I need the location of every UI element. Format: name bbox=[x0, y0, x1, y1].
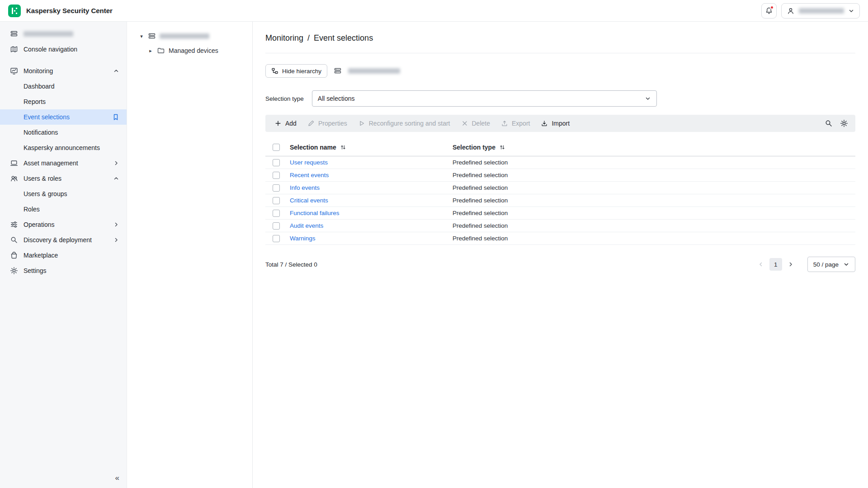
breadcrumb-page: Event selections bbox=[314, 33, 373, 43]
selection-type-value: All selections bbox=[318, 95, 355, 102]
next-page-button[interactable] bbox=[788, 261, 794, 267]
table-row[interactable]: Warnings Predefined selection bbox=[265, 232, 855, 245]
selection-type-cell: Predefined selection bbox=[453, 210, 855, 216]
delete-button[interactable]: Delete bbox=[456, 115, 495, 132]
add-button[interactable]: Add bbox=[269, 115, 302, 132]
device-tree-panel: ▾ ▸ Managed devices bbox=[127, 22, 253, 488]
sidebar-item-discovery-deployment[interactable]: Discovery & deployment bbox=[0, 232, 127, 248]
tree-node-managed-devices[interactable]: ▸ Managed devices bbox=[127, 43, 252, 58]
main-content: Monitoring / Event selections Hide hiera… bbox=[253, 22, 868, 488]
row-checkbox[interactable] bbox=[273, 172, 280, 179]
sidebar-item-label: Kaspersky announcements bbox=[24, 144, 100, 151]
column-header-selection-name[interactable]: Selection name bbox=[290, 144, 336, 151]
page-size-dropdown[interactable]: 50 / page bbox=[807, 257, 855, 272]
notifications-button[interactable] bbox=[761, 3, 777, 19]
bookmark-icon bbox=[112, 113, 119, 121]
caret-down-icon[interactable]: ▾ bbox=[139, 33, 144, 39]
chevron-down-icon bbox=[848, 8, 854, 14]
row-checkbox[interactable] bbox=[273, 235, 280, 242]
caret-right-icon[interactable]: ▸ bbox=[148, 48, 153, 54]
selection-type-dropdown[interactable]: All selections bbox=[312, 90, 657, 107]
server-icon bbox=[334, 67, 342, 75]
breadcrumb-separator: / bbox=[307, 33, 310, 43]
row-checkbox[interactable] bbox=[273, 197, 280, 204]
sidebar-item-label: Notifications bbox=[24, 129, 58, 136]
plus-icon bbox=[274, 120, 282, 127]
sidebar-item-label: Dashboard bbox=[24, 83, 55, 90]
search-button[interactable] bbox=[821, 115, 836, 132]
selection-type-cell: Predefined selection bbox=[453, 197, 855, 204]
selection-name-link[interactable]: Critical events bbox=[290, 197, 328, 204]
search-icon bbox=[825, 119, 833, 127]
chevron-up-icon bbox=[113, 68, 119, 74]
import-icon bbox=[541, 120, 548, 127]
sidebar: Console navigation Monitoring Dashboard … bbox=[0, 22, 127, 488]
selection-type-cell: Predefined selection bbox=[453, 184, 855, 191]
header-divider bbox=[265, 53, 855, 53]
magnifier-icon bbox=[10, 236, 18, 244]
chevron-left-icon bbox=[758, 261, 764, 267]
selection-name-link[interactable]: Warnings bbox=[290, 235, 316, 242]
previous-page-button[interactable] bbox=[758, 261, 764, 267]
chevron-right-icon bbox=[113, 237, 119, 243]
sidebar-item-label: Event selections bbox=[24, 113, 70, 121]
sidebar-item-kaspersky-announcements[interactable]: Kaspersky announcements bbox=[0, 140, 127, 155]
sidebar-item-event-selections[interactable]: Event selections bbox=[0, 109, 127, 125]
sidebar-item-asset-management[interactable]: Asset management bbox=[0, 155, 127, 171]
sidebar-item-label: Operations bbox=[24, 221, 54, 228]
sidebar-item-marketplace[interactable]: Marketplace bbox=[0, 248, 127, 263]
pagination: 1 bbox=[758, 258, 794, 271]
sidebar-item-users-groups[interactable]: Users & groups bbox=[0, 186, 127, 202]
table-settings-button[interactable] bbox=[836, 115, 852, 132]
chevron-down-icon bbox=[843, 261, 849, 267]
row-checkbox[interactable] bbox=[273, 184, 280, 192]
selection-name-link[interactable]: Audit events bbox=[290, 222, 323, 229]
export-button[interactable]: Export bbox=[495, 115, 535, 132]
table-row[interactable]: Functional failures Predefined selection bbox=[265, 207, 855, 220]
properties-button[interactable]: Properties bbox=[302, 115, 353, 132]
sidebar-item-dashboard[interactable]: Dashboard bbox=[0, 79, 127, 94]
row-checkbox[interactable] bbox=[273, 159, 280, 166]
folder-icon bbox=[157, 47, 165, 55]
redacted-user-name bbox=[799, 8, 844, 14]
selection-type-cell: Predefined selection bbox=[453, 159, 855, 166]
table-row[interactable]: Critical events Predefined selection bbox=[265, 194, 855, 207]
selection-name-link[interactable]: User requests bbox=[290, 159, 328, 166]
play-icon bbox=[358, 120, 365, 127]
row-checkbox[interactable] bbox=[273, 210, 280, 217]
sidebar-item-settings[interactable]: Settings bbox=[0, 263, 127, 278]
sidebar-item-operations[interactable]: Operations bbox=[0, 217, 127, 232]
sort-icon[interactable] bbox=[340, 144, 346, 150]
user-icon bbox=[787, 7, 795, 15]
sidebar-item-roles[interactable]: Roles bbox=[0, 202, 127, 217]
page-number-button[interactable]: 1 bbox=[769, 258, 782, 271]
sidebar-item-reports[interactable]: Reports bbox=[0, 94, 127, 109]
sidebar-item-monitoring[interactable]: Monitoring bbox=[0, 63, 127, 79]
sidebar-collapse-button[interactable]: « bbox=[115, 474, 119, 483]
kaspersky-security-center-app: Kaspersky Security Center bbox=[0, 0, 868, 488]
tree-node-server[interactable]: ▾ bbox=[127, 29, 252, 43]
selection-name-link[interactable]: Functional failures bbox=[290, 210, 340, 216]
reconfigure-button[interactable]: Reconfigure sorting and start bbox=[353, 115, 456, 132]
hide-hierarchy-button[interactable]: Hide hierarchy bbox=[265, 64, 327, 78]
sidebar-item-users-roles[interactable]: Users & roles bbox=[0, 171, 127, 186]
row-checkbox[interactable] bbox=[273, 222, 280, 230]
table-row[interactable]: Audit events Predefined selection bbox=[265, 220, 855, 232]
user-account-menu[interactable] bbox=[781, 3, 860, 19]
total-selected-text: Total 7 / Selected 0 bbox=[265, 261, 317, 268]
chevron-down-icon bbox=[645, 95, 651, 102]
sidebar-item-server[interactable] bbox=[0, 26, 127, 42]
table-row[interactable]: User requests Predefined selection bbox=[265, 156, 855, 169]
redacted-server-name bbox=[160, 33, 209, 39]
selection-type-cell: Predefined selection bbox=[453, 222, 855, 229]
select-all-checkbox[interactable] bbox=[273, 144, 280, 151]
table-row[interactable]: Recent events Predefined selection bbox=[265, 169, 855, 182]
selection-name-link[interactable]: Info events bbox=[290, 184, 320, 191]
selection-name-link[interactable]: Recent events bbox=[290, 172, 329, 178]
import-button[interactable]: Import bbox=[535, 115, 575, 132]
table-row[interactable]: Info events Predefined selection bbox=[265, 182, 855, 194]
sidebar-item-notifications[interactable]: Notifications bbox=[0, 125, 127, 140]
column-header-selection-type[interactable]: Selection type bbox=[453, 144, 495, 151]
sort-icon[interactable] bbox=[499, 144, 505, 150]
sidebar-item-console-navigation[interactable]: Console navigation bbox=[0, 42, 127, 57]
